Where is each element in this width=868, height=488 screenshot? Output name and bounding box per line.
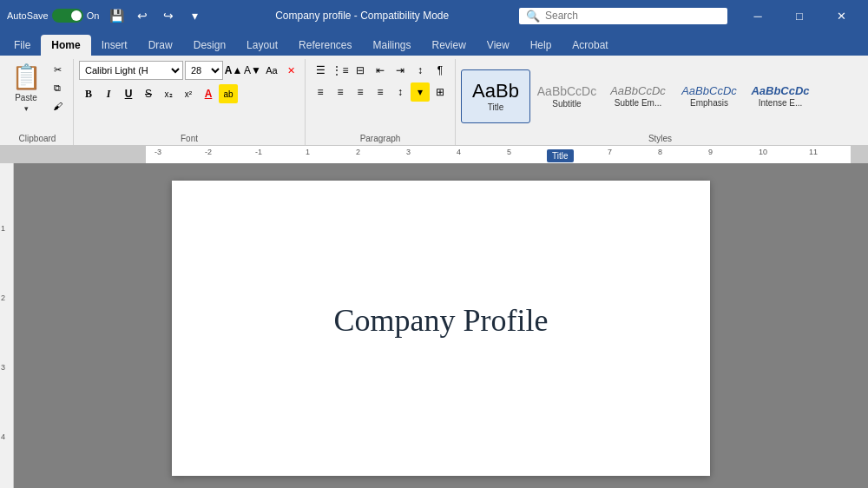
style-intense-label: Intense E...	[759, 98, 803, 108]
title-bar-icons: 💾 ↩ ↪ ▾	[106, 5, 205, 26]
redo-icon[interactable]: ↪	[158, 5, 179, 26]
autosave-toggle[interactable]	[52, 9, 83, 23]
style-title[interactable]: AaBb Title	[461, 69, 530, 123]
clear-format-button[interactable]: ✕	[282, 62, 299, 79]
tab-help[interactable]: Help	[520, 35, 562, 56]
paragraph-content: ☰ ⋮≡ ⊟ ⇤ ⇥ ↕ ¶ ≡ ≡ ≡ ≡ ↕ ▾ ⊞	[311, 61, 450, 132]
tab-mailings[interactable]: Mailings	[362, 35, 421, 56]
paste-button[interactable]: 📋 Paste ▾	[7, 61, 45, 115]
font-group: Calibri Light (H 28 A▲ A▼ Aa ✕ B I U S x…	[76, 59, 306, 145]
tab-draw[interactable]: Draw	[138, 35, 183, 56]
font-color-button[interactable]: A	[199, 84, 218, 103]
strikethrough-button[interactable]: S	[139, 84, 158, 103]
tab-design[interactable]: Design	[183, 35, 236, 56]
style-emphasis[interactable]: AaBbCcDc Emphasis	[674, 69, 744, 123]
tab-view[interactable]: View	[477, 35, 520, 56]
style-subtle-em[interactable]: AaBbCcDc Subtle Em...	[603, 69, 673, 123]
style-subtitle[interactable]: AaBbCcDc Subtitle	[532, 69, 602, 123]
tab-references[interactable]: References	[288, 35, 362, 56]
doc-area[interactable]: Company Profile	[14, 163, 868, 488]
align-right-button[interactable]: ≡	[351, 82, 370, 102]
increase-indent-button[interactable]: ⇥	[391, 61, 410, 80]
font-case-button[interactable]: Aa	[263, 62, 280, 79]
v-ruler-num: 2	[1, 293, 5, 302]
autosave-state: On	[87, 10, 100, 21]
border-button[interactable]: ⊞	[431, 82, 450, 102]
close-button[interactable]: ✕	[821, 0, 861, 31]
search-box[interactable]: 🔍	[519, 8, 727, 24]
justify-button[interactable]: ≡	[371, 82, 390, 102]
search-icon: 🔍	[526, 10, 540, 23]
line-spacing-button[interactable]: ↕	[391, 82, 410, 102]
align-left-button[interactable]: ≡	[311, 82, 330, 102]
ribbon: 📋 Paste ▾ ✂ ⧉ 🖌 Clipboard Calibri Light …	[0, 56, 868, 146]
style-subtitle-label: Subtitle	[552, 99, 581, 109]
tab-layout[interactable]: Layout	[236, 35, 288, 56]
numbered-list-button[interactable]: ⋮≡	[331, 61, 350, 80]
italic-button[interactable]: I	[99, 84, 118, 103]
clipboard-small-group: ✂ ⧉ 🖌	[47, 61, 68, 115]
decrease-indent-button[interactable]: ⇤	[371, 61, 390, 80]
subscript-button[interactable]: x₂	[159, 84, 178, 103]
style-emphasis-preview: AaBbCcDc	[681, 85, 737, 96]
doc-title-text[interactable]: Company Profile	[241, 302, 641, 339]
maximize-button[interactable]: □	[779, 0, 819, 31]
style-subtitle-preview: AaBbCcDc	[537, 85, 596, 97]
paste-label: Paste	[15, 93, 37, 102]
styles-label: Styles	[461, 132, 859, 145]
tab-acrobat[interactable]: Acrobat	[562, 35, 618, 56]
save-icon[interactable]: 💾	[106, 5, 127, 26]
styles-group: AaBb Title AaBbCcDc Subtitle AaBbCcDc Su…	[457, 59, 865, 145]
v-ruler-num: 3	[1, 363, 5, 372]
para-row-2: ≡ ≡ ≡ ≡ ↕ ▾ ⊞	[311, 82, 450, 102]
style-title-preview: AaBb	[472, 82, 519, 101]
style-emphasis-label: Emphasis	[690, 98, 728, 108]
window-controls: ─ □ ✕	[738, 0, 861, 31]
tab-insert[interactable]: Insert	[91, 35, 138, 56]
paragraph-label: Paragraph	[311, 132, 450, 145]
format-painter-button[interactable]: 🖌	[47, 97, 68, 115]
undo-icon[interactable]: ↩	[132, 5, 153, 26]
tab-review[interactable]: Review	[422, 35, 477, 56]
underline-button[interactable]: U	[119, 84, 138, 103]
v-ruler-num: 1	[1, 224, 5, 233]
multilevel-list-button[interactable]: ⊟	[351, 61, 370, 80]
left-ruler: 1234	[0, 163, 14, 488]
doc-title: Company profile - Compatibility Mode	[205, 10, 519, 22]
align-center-button[interactable]: ≡	[331, 82, 350, 102]
superscript-button[interactable]: x²	[179, 84, 198, 103]
font-size-select[interactable]: 28	[185, 61, 223, 80]
style-intense-e[interactable]: AaBbCcDc Intense E...	[746, 69, 815, 123]
autosave-toggle-knob	[71, 10, 82, 21]
v-ruler-num: 4	[1, 432, 5, 441]
font-grow-button[interactable]: A▲	[225, 62, 242, 79]
copy-button[interactable]: ⧉	[47, 79, 68, 96]
style-subtle-label: Subtle Em...	[615, 98, 661, 108]
font-row-1: Calibri Light (H 28 A▲ A▼ Aa ✕	[79, 61, 299, 80]
tab-file[interactable]: File	[3, 35, 41, 56]
autosave-area: AutoSave On	[7, 9, 99, 23]
title-tooltip: Title	[547, 149, 574, 162]
style-intense-preview: AaBbCcDc	[751, 85, 809, 96]
paragraph-group: ☰ ⋮≡ ⊟ ⇤ ⇥ ↕ ¶ ≡ ≡ ≡ ≡ ↕ ▾ ⊞ Paragraph	[307, 59, 456, 145]
para-row-1: ☰ ⋮≡ ⊟ ⇤ ⇥ ↕ ¶	[311, 61, 450, 80]
cut-button[interactable]: ✂	[47, 61, 68, 78]
shading-button[interactable]: ▾	[411, 82, 430, 102]
highlight-button[interactable]: ab	[219, 84, 238, 103]
style-subtle-preview: AaBbCcDc	[610, 85, 666, 96]
styles-content: AaBb Title AaBbCcDc Subtitle AaBbCcDc Su…	[461, 61, 815, 132]
quick-access-dropdown-icon[interactable]: ▾	[184, 5, 205, 26]
bullet-list-button[interactable]: ☰	[311, 61, 330, 80]
clipboard-group: 📋 Paste ▾ ✂ ⧉ 🖌 Clipboard	[3, 59, 74, 145]
bold-button[interactable]: B	[79, 84, 98, 103]
autosave-label: AutoSave	[7, 10, 49, 21]
search-input[interactable]	[545, 10, 719, 22]
font-shrink-button[interactable]: A▼	[244, 62, 261, 79]
font-row-2: B I U S x₂ x² A ab	[79, 84, 238, 103]
show-formatting-button[interactable]: ¶	[431, 61, 450, 80]
minimize-button[interactable]: ─	[738, 0, 778, 31]
font-name-select[interactable]: Calibri Light (H	[79, 61, 183, 80]
doc-page: Company Profile	[172, 181, 710, 476]
tab-home[interactable]: Home	[41, 35, 90, 56]
sort-button[interactable]: ↕	[411, 61, 430, 80]
